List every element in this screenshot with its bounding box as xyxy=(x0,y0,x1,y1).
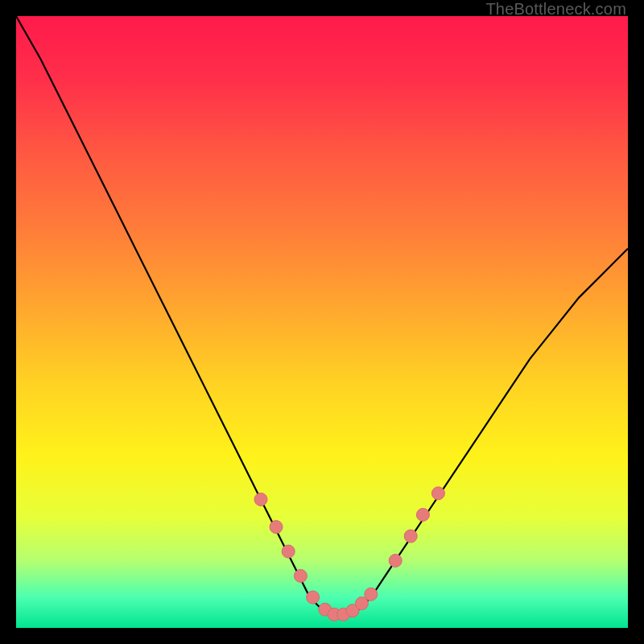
marker-dot xyxy=(365,588,378,601)
marker-dot xyxy=(254,493,267,506)
marker-dot xyxy=(294,569,307,582)
marker-dot xyxy=(416,508,429,521)
marker-dot xyxy=(431,487,444,500)
marker-group xyxy=(254,487,444,621)
marker-dot xyxy=(389,554,402,567)
bottleneck-curve-line xyxy=(16,16,628,616)
chart-frame xyxy=(16,16,628,628)
marker-dot xyxy=(404,530,417,543)
marker-dot xyxy=(282,545,295,558)
marker-dot xyxy=(270,521,283,534)
marker-dot xyxy=(307,591,320,604)
chart-svg xyxy=(16,16,628,628)
